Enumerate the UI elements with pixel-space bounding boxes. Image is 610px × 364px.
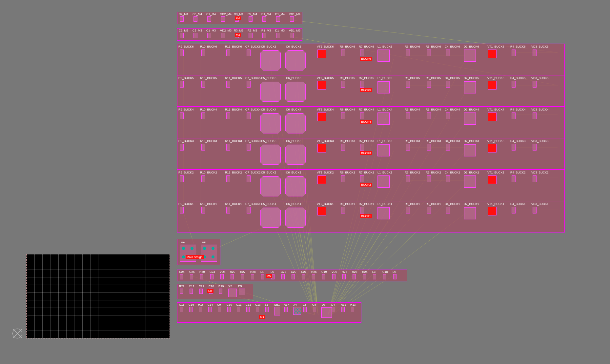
component-VT2_BUCK3[interactable] [317,144,326,152]
component-R30[interactable] [200,274,203,279]
component-C14[interactable] [208,307,212,312]
component-C16[interactable] [189,307,193,312]
component-C4_BUCK5[interactable] [446,81,450,88]
component-R6_BUCK5[interactable] [406,81,410,88]
component-C4_BUCK1[interactable] [446,207,450,213]
component-C17[interactable] [190,289,193,294]
component-C2_M3[interactable] [180,33,184,38]
component-R18[interactable] [199,307,202,312]
component-R10_BUCK6[interactable] [201,50,205,56]
component-R25[interactable] [342,274,346,279]
component-D1_M4[interactable] [276,16,280,22]
component-C5_BUCK2[interactable] [260,176,281,196]
component-C13[interactable] [256,307,259,312]
room-buck5[interactable] [177,75,565,107]
component-R9_BUCK6[interactable] [180,50,184,56]
component-L1_BUCK4[interactable] [377,112,390,125]
component-L1_BUCK1[interactable] [377,207,390,219]
component-R21[interactable] [199,289,203,294]
component-C3_M3[interactable] [193,33,197,38]
component-R9_BUCK1[interactable] [180,207,184,213]
component-R6_BUCK2[interactable] [406,175,410,182]
component-L4[interactable] [261,274,264,279]
component-VT1_BUCK3[interactable] [488,144,497,152]
component-X4[interactable] [293,307,301,315]
component-X1[interactable] [180,245,196,262]
component-R4_BUCK5[interactable] [512,81,516,88]
component-C10[interactable] [227,307,231,312]
room-m1[interactable] [177,302,361,323]
component-R6_BUCK1[interactable] [406,207,410,213]
component-C6_BUCK6[interactable] [285,50,306,71]
component-D7[interactable] [271,274,274,279]
component-L1_BUCK6[interactable] [377,50,390,62]
component-C1_M4[interactable] [207,16,211,22]
component-C5_BUCK3[interactable] [260,145,281,165]
component-R2_M4[interactable] [249,16,253,22]
component-R8_BUCK4[interactable] [341,112,345,119]
room-buck3[interactable] [177,138,565,170]
component-C19[interactable] [322,274,325,279]
component-R5_BUCK3[interactable] [427,144,431,151]
component-R11_BUCK4[interactable] [226,112,230,119]
component-R7_BUCK3[interactable] [360,144,364,151]
component-C18[interactable] [383,274,386,279]
component-D4[interactable] [332,307,335,312]
component-C5_BUCK5[interactable] [260,82,281,102]
component-C5_BUCK1[interactable] [260,208,281,228]
component-C6_BUCK3[interactable] [285,145,306,165]
room-buck6[interactable] [177,44,565,75]
component-C24[interactable] [180,274,183,279]
component-C11[interactable] [237,307,240,312]
component-C6_BUCK2[interactable] [285,176,306,196]
component-R8_BUCK1[interactable] [341,207,345,213]
component-R11_BUCK5[interactable] [226,81,230,88]
component-D2_BUCK6[interactable] [464,50,476,62]
component-R5_BUCK1[interactable] [427,207,431,213]
component-D5[interactable] [239,289,245,295]
component-C6_BUCK5[interactable] [285,82,306,102]
component-SB1[interactable] [274,307,280,315]
component-R7_BUCK2[interactable] [360,175,364,182]
component-C7_BUCK2[interactable] [247,175,251,182]
component-VD1_M4[interactable] [290,16,294,22]
component-C1_M3[interactable] [207,33,211,38]
component-C15[interactable] [180,307,183,312]
board-outline[interactable] [26,254,170,338]
component-R20[interactable] [209,289,213,294]
component-R22[interactable] [180,289,183,294]
component-C7_BUCK5[interactable] [247,81,251,88]
component-C9[interactable] [218,307,221,312]
component-C20[interactable] [292,274,295,279]
component-R11_BUCK3[interactable] [226,144,230,151]
component-R7_BUCK4[interactable] [360,112,364,119]
component-R8_BUCK6[interactable] [341,50,345,56]
component-C6_BUCK4[interactable] [285,113,306,133]
component-D2_BUCK3[interactable] [464,144,476,156]
component-L1_BUCK3[interactable] [377,144,390,156]
component-VT2_BUCK6[interactable] [317,50,326,58]
component-R17[interactable] [284,307,288,312]
component-C5_BUCK4[interactable] [260,113,281,133]
component-C7_BUCK1[interactable] [247,207,251,213]
component-R19[interactable] [219,289,222,294]
component-C25[interactable] [190,274,193,279]
component-R4_BUCK4[interactable] [512,112,516,119]
component-R9_BUCK4[interactable] [180,112,184,119]
component-D2_BUCK4[interactable] [464,112,476,125]
component-R26[interactable] [312,274,315,279]
component-C4_BUCK4[interactable] [446,112,450,119]
component-VD3_BUCK6[interactable] [533,50,537,56]
component-R10_BUCK2[interactable] [201,175,205,182]
component-C6_BUCK1[interactable] [285,208,306,228]
component-D3[interactable] [321,307,332,318]
component-C21[interactable] [302,274,305,279]
component-L1_BUCK2[interactable] [377,175,390,188]
component-VD7[interactable] [332,274,336,279]
component-D1_M3[interactable] [276,33,280,38]
component-R11_BUCK6[interactable] [226,50,230,56]
component-X2[interactable] [228,289,237,297]
component-D2_BUCK2[interactable] [464,175,476,188]
room-buck1[interactable] [177,201,565,233]
component-R6_BUCK4[interactable] [406,112,410,119]
